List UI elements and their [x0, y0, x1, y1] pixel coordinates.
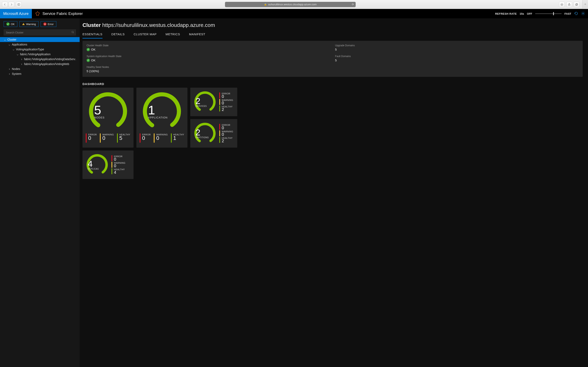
essentials-label: Fault Domains — [335, 55, 579, 58]
tree-node-app-type[interactable]: ⌵ VotingApplicationType — [4, 47, 76, 52]
tab-essentials[interactable]: ESSENTIALS — [82, 31, 103, 39]
essentials-label: System Application Health State — [86, 55, 330, 58]
chevron-down-icon: ⌵ — [12, 48, 15, 51]
tree-label: System — [12, 72, 21, 75]
stat-value: 0 — [222, 101, 233, 105]
share-button[interactable] — [566, 2, 572, 7]
chevron-right-icon: › — [8, 72, 11, 75]
tabs-button[interactable] — [574, 2, 579, 7]
essentials-cluster-health: Cluster Health State ✓OK — [86, 44, 330, 51]
svg-rect-14 — [23, 25, 24, 25]
app-title-text: Service Fabric Explorer — [43, 11, 83, 16]
chevron-down-icon: ⌵ — [4, 38, 6, 41]
card-label: APPLICATION — [148, 116, 168, 119]
new-tab-button[interactable]: + — [582, 0, 588, 9]
refresh-off-label: OFF — [527, 12, 532, 15]
dashboard-card-services[interactable]: 2 SERVICES ERROR0 WARNING0 HEALTHY2 — [190, 88, 237, 116]
card-label: REPLICAS — [88, 168, 99, 170]
stat-value: 0 — [88, 135, 97, 141]
essentials-value: OK — [91, 48, 95, 51]
chevron-right-icon: › — [20, 62, 23, 66]
tree-node-system[interactable]: › System — [4, 71, 76, 76]
chevron-right-icon: › — [8, 67, 11, 71]
essentials-label: Healthy Seed Nodes — [86, 66, 330, 68]
refresh-now-button[interactable] — [574, 11, 578, 16]
filter-ok-button[interactable]: ✓ OK — [4, 21, 17, 27]
tab-metrics[interactable]: METRICS — [165, 31, 180, 39]
tree-node-service-web[interactable]: › fabric:/VotingApplication/VotingWeb — [4, 62, 76, 67]
app-header: Microsoft Azure Service Fabric Explorer … — [0, 9, 588, 18]
svg-point-12 — [583, 13, 584, 14]
tree-node-applications[interactable]: ⌵ Applications — [4, 42, 76, 47]
tree-node-cluster[interactable]: ⌵ Cluster — [0, 37, 80, 42]
tree-label: Cluster — [7, 38, 16, 41]
stat-value: 0 — [156, 135, 168, 141]
filter-warning-button[interactable]: Warning — [19, 21, 39, 27]
essentials-value: 5 (100%) — [86, 69, 330, 73]
essentials-upgrade-domains: Upgrade Domains 5 — [335, 44, 579, 51]
svg-point-7 — [37, 11, 38, 12]
slider-handle[interactable] — [553, 12, 554, 15]
app-title: Service Fabric Explorer — [32, 11, 86, 16]
page-title-prefix: Cluster — [82, 22, 101, 28]
tree-node-service-data[interactable]: › fabric:/VotingApplication/VotingDataSe… — [4, 57, 76, 62]
filter-error-label: Error — [48, 23, 54, 26]
tab-details[interactable]: DETAILS — [112, 31, 125, 39]
stat-value: 0 — [142, 135, 151, 141]
lock-icon: 🔒 — [264, 3, 267, 6]
reload-icon[interactable]: ⟳ — [352, 3, 354, 6]
essentials-panel: Cluster Health State ✓OK Upgrade Domains… — [82, 41, 583, 77]
search-icon — [71, 31, 74, 34]
sidebar-toggle-button[interactable] — [16, 2, 22, 7]
dashboard-grid: 5 NODES ERROR0 WARNING0 HEALTHY5 — [82, 88, 583, 179]
tree-node-app-instance[interactable]: ⌵ fabric:/VotingApplication — [4, 52, 76, 57]
service-fabric-logo-icon — [35, 11, 40, 16]
svg-point-11 — [35, 13, 36, 13]
page-title-url: https://suhurulilinux.westus.cloudapp.az… — [102, 22, 215, 28]
filter-error-button[interactable]: ✕ Error — [41, 21, 56, 27]
search-input[interactable] — [4, 29, 76, 35]
essentials-value: OK — [91, 58, 95, 62]
settings-button[interactable] — [581, 11, 585, 16]
stat-value: 0 — [222, 132, 233, 136]
tree-label: Applications — [12, 43, 27, 46]
dashboard-card-nodes[interactable]: 5 NODES ERROR0 WARNING0 HEALTHY5 — [82, 88, 134, 148]
tree-label: fabric:/VotingApplication/VotingDataServ… — [24, 58, 76, 61]
tab-manifest[interactable]: MANIFEST — [189, 31, 205, 39]
warning-badge-icon — [22, 23, 25, 25]
essentials-value: 5 — [335, 58, 579, 62]
dashboard-card-application[interactable]: 1 APPLICATION ERROR0 WARNING0 HEALTHY1 — [136, 88, 187, 148]
chevron-right-icon: › — [20, 58, 23, 61]
essentials-value: 5 — [335, 48, 579, 51]
refresh-rate-slider[interactable] — [535, 13, 562, 14]
svg-marker-6 — [36, 12, 39, 15]
card-count: 2 — [196, 128, 200, 137]
stat-value: 2 — [222, 108, 233, 111]
card-label: SERVICES — [196, 105, 207, 107]
dashboard-card-partitions[interactable]: 2 PARTITIONS ERROR0 WARNING0 HEALTHY2 — [190, 119, 237, 148]
svg-point-10 — [36, 15, 37, 16]
essentials-label: Cluster Health State — [86, 44, 330, 47]
refresh-fast-label: FAST — [564, 12, 571, 15]
nav-forward-button[interactable] — [9, 2, 14, 7]
stat-value: 4 — [114, 170, 125, 174]
card-count: 4 — [88, 160, 93, 168]
stat-value: 0 — [222, 126, 230, 130]
tree-label: Nodes — [12, 67, 20, 71]
svg-point-9 — [38, 15, 39, 16]
sidebar: ✓ OK Warning ✕ Error ⌵ Cluster — [0, 18, 80, 367]
tree-node-nodes[interactable]: › Nodes — [4, 67, 76, 71]
dashboard-card-replicas[interactable]: 4 REPLICAS ERROR0 WARNING0 HEALTHY4 — [82, 150, 134, 179]
address-bar[interactable]: 🔒 suhurulilinux.westus.cloudapp.azure.co… — [225, 2, 356, 7]
stat-value: 0 — [114, 164, 125, 168]
filter-ok-label: OK — [11, 23, 15, 26]
azure-brand[interactable]: Microsoft Azure — [0, 9, 32, 18]
downloads-button[interactable] — [559, 2, 565, 7]
tab-cluster-map[interactable]: CLUSTER MAP — [134, 31, 156, 39]
svg-point-15 — [72, 31, 73, 33]
nav-back-button[interactable] — [2, 2, 8, 7]
svg-rect-13 — [23, 24, 24, 24]
dashboard-heading: DASHBOARD — [82, 82, 583, 86]
stat-value: 0 — [102, 135, 114, 141]
address-text: suhurulilinux.westus.cloudapp.azure.com — [268, 3, 316, 6]
